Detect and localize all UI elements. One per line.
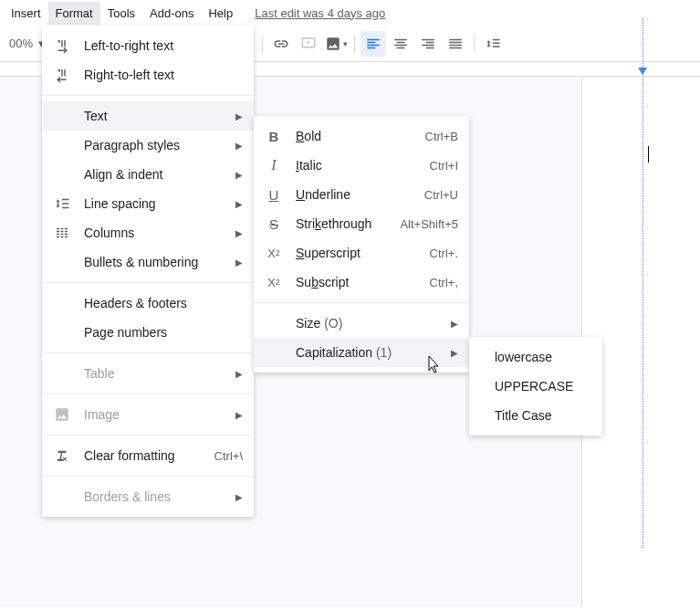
separator bbox=[262, 35, 263, 53]
menu-insert[interactable]: Insert bbox=[4, 2, 48, 25]
empty-icon bbox=[265, 343, 283, 362]
empty-icon bbox=[53, 253, 71, 271]
ltr-icon bbox=[53, 37, 71, 55]
divider bbox=[42, 352, 254, 353]
shortcut: Ctrl+B bbox=[425, 130, 458, 143]
menu-help[interactable]: Help bbox=[201, 2, 240, 25]
add-comment-button[interactable] bbox=[296, 31, 321, 57]
subscript-icon: X2 bbox=[265, 273, 283, 291]
divider bbox=[254, 302, 469, 303]
chevron-right-icon: ▶ bbox=[451, 348, 458, 358]
align-left-button[interactable] bbox=[360, 31, 386, 57]
chevron-right-icon: ▶ bbox=[451, 319, 458, 329]
separator bbox=[354, 35, 355, 53]
menu-item-rtl[interactable]: Right-to-left text bbox=[42, 60, 254, 89]
menu-format[interactable]: Format bbox=[48, 2, 100, 25]
chevron-right-icon: ▶ bbox=[235, 410, 243, 420]
divider bbox=[42, 476, 254, 477]
shortcut: Ctrl+. bbox=[430, 247, 458, 260]
align-center-icon bbox=[392, 36, 409, 52]
menu-item-strikethrough[interactable]: S Strikethrough Alt+Shift+5 bbox=[254, 209, 469, 238]
menu-label: Bullets & numbering bbox=[84, 255, 228, 269]
menu-tools[interactable]: Tools bbox=[100, 2, 142, 25]
divider bbox=[42, 394, 254, 394]
menu-item-subscript[interactable]: X2 Subscript Ctrl+, bbox=[254, 268, 469, 297]
menu-item-bold[interactable]: B Bold Ctrl+B bbox=[254, 121, 469, 151]
capitalization-submenu: lowercase UPPERCASE Title Case bbox=[469, 337, 602, 436]
menu-item-italic[interactable]: I Italic Ctrl+I bbox=[254, 151, 469, 180]
menubar: Insert Format Tools Add-ons Help Last ed… bbox=[0, 0, 700, 26]
chevron-right-icon: ▶ bbox=[235, 141, 243, 151]
menu-label: Borders & lines bbox=[84, 489, 228, 504]
menu-item-align-indent[interactable]: Align & indent ▶ bbox=[42, 160, 254, 189]
shortcut: Ctrl+\ bbox=[214, 449, 243, 463]
menu-item-paragraph-styles[interactable]: Paragraph styles ▶ bbox=[42, 131, 254, 160]
shortcut: Alt+Shift+5 bbox=[400, 217, 458, 231]
menu-label: Columns bbox=[84, 226, 228, 240]
menu-item-text[interactable]: Text ▶ bbox=[42, 101, 254, 131]
chevron-right-icon: ▶ bbox=[235, 199, 243, 209]
empty-icon bbox=[53, 165, 71, 184]
menu-item-clear-formatting[interactable]: Clear formatting Ctrl+\ bbox=[42, 441, 254, 470]
menu-label: Text bbox=[84, 109, 228, 123]
insert-link-button[interactable] bbox=[268, 31, 294, 57]
link-icon bbox=[273, 36, 289, 52]
superscript-icon: X2 bbox=[265, 244, 283, 262]
menu-label: Line spacing bbox=[84, 196, 228, 211]
menu-addons[interactable]: Add-ons bbox=[142, 2, 201, 25]
menu-label: Title Case bbox=[480, 408, 591, 423]
menu-item-superscript[interactable]: X2 Superscript Ctrl+. bbox=[254, 238, 469, 268]
comment-icon bbox=[300, 36, 317, 52]
menu-item-line-spacing[interactable]: Line spacing ▶ bbox=[42, 189, 254, 218]
menu-label: Paragraph styles bbox=[84, 138, 228, 152]
menu-item-headers-footers[interactable]: Headers & footers bbox=[42, 289, 254, 318]
line-spacing-button[interactable] bbox=[480, 31, 506, 57]
clear-format-icon bbox=[53, 446, 71, 465]
empty-icon bbox=[265, 314, 283, 332]
empty-icon bbox=[53, 364, 71, 383]
bold-icon: B bbox=[265, 127, 283, 145]
chevron-right-icon: ▶ bbox=[235, 228, 243, 238]
align-center-button[interactable] bbox=[388, 31, 413, 57]
menu-item-uppercase[interactable]: UPPERCASE bbox=[469, 372, 602, 401]
menu-item-titlecase[interactable]: Title Case bbox=[469, 401, 602, 430]
empty-icon bbox=[53, 488, 71, 506]
menu-item-page-numbers[interactable]: Page numbers bbox=[42, 318, 254, 347]
menu-label: Clear formatting bbox=[84, 448, 204, 463]
columns-icon bbox=[53, 224, 71, 242]
menu-item-borders-lines: Borders & lines ▶ bbox=[42, 482, 254, 511]
menu-label: Page numbers bbox=[84, 325, 243, 340]
align-right-icon bbox=[420, 36, 436, 52]
line-spacing-icon bbox=[53, 194, 71, 213]
menu-label: Underline bbox=[296, 187, 413, 202]
chevron-down-icon: ▾ bbox=[343, 39, 348, 48]
align-left-icon bbox=[365, 36, 381, 52]
menu-label: Capitalization (1) bbox=[296, 345, 444, 360]
menu-label: Left-to-right text bbox=[84, 38, 243, 53]
align-justify-button[interactable] bbox=[443, 31, 468, 57]
menu-label: Bold bbox=[296, 129, 414, 143]
menu-item-underline[interactable]: U Underline Ctrl+U bbox=[254, 180, 469, 209]
align-right-button[interactable] bbox=[415, 31, 441, 57]
menu-label: Align & indent bbox=[84, 167, 228, 182]
shortcut: Ctrl+U bbox=[424, 188, 458, 202]
menu-item-bullets-numbering[interactable]: Bullets & numbering ▶ bbox=[42, 247, 254, 277]
last-edit-link[interactable]: Last edit was 4 days ago bbox=[255, 6, 385, 20]
menu-item-capitalization[interactable]: Capitalization (1) ▶ bbox=[254, 338, 469, 367]
menu-item-size[interactable]: Size (O) ▶ bbox=[254, 309, 469, 338]
menu-item-lowercase[interactable]: lowercase bbox=[469, 342, 602, 372]
underline-icon: U bbox=[265, 185, 283, 204]
italic-icon: I bbox=[265, 156, 283, 174]
insert-image-button[interactable]: ▾ bbox=[323, 31, 349, 57]
separator bbox=[474, 35, 475, 53]
menu-label: Italic bbox=[296, 158, 419, 173]
chevron-right-icon: ▶ bbox=[235, 111, 243, 121]
divider bbox=[42, 435, 254, 436]
margin-guide bbox=[643, 18, 643, 548]
chevron-right-icon: ▶ bbox=[235, 257, 243, 268]
chevron-right-icon: ▶ bbox=[235, 170, 243, 180]
menu-item-ltr[interactable]: Left-to-right text bbox=[42, 31, 254, 60]
menu-label: Size (O) bbox=[296, 316, 444, 331]
shortcut: Ctrl+I bbox=[430, 159, 458, 173]
menu-item-columns[interactable]: Columns ▶ bbox=[42, 218, 254, 247]
